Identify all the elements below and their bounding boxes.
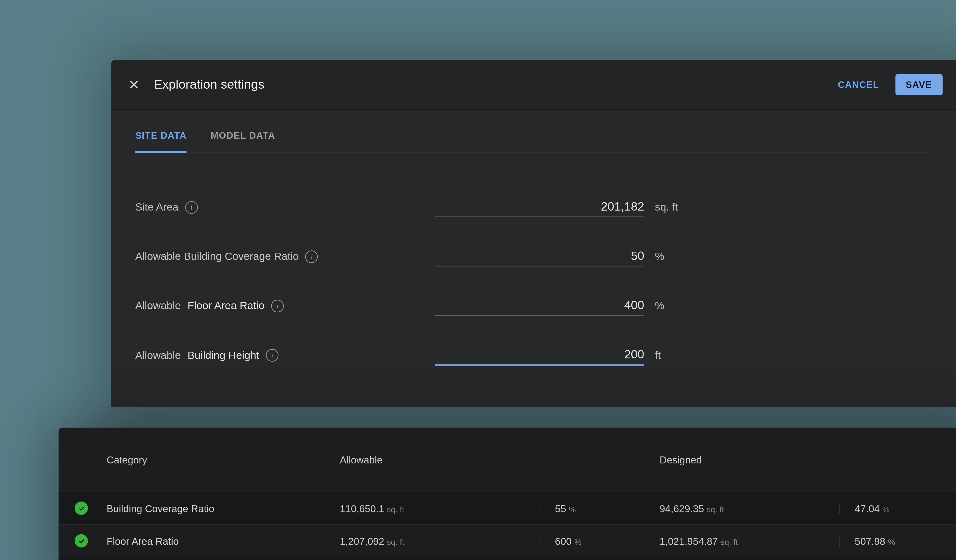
col-allowable: Allowable — [340, 454, 540, 465]
cell-category: Building Coverage Ratio — [107, 502, 340, 514]
info-icon[interactable] — [305, 250, 318, 263]
dialog-body: SITE DATA MODEL DATA Site Area sq. ft Al… — [111, 110, 956, 407]
site-area-label: Site Area — [135, 201, 179, 213]
far-unit: % — [644, 300, 684, 312]
coverage-ratio-label: Allowable Building Coverage Ratio — [135, 250, 299, 262]
cell-designed: 94,629.35sq. ft — [659, 502, 840, 514]
close-icon[interactable] — [124, 75, 143, 94]
far-label-pre: Allowable — [135, 300, 181, 312]
col-category: Category — [107, 454, 340, 465]
summary-header-row: Category Allowable Designed Designed to … — [58, 428, 956, 492]
col-designed: Designed — [659, 454, 840, 465]
table-row: Floor Area Ratio 1,207,092sq. ft 600% 1,… — [58, 525, 956, 557]
dialog-title: Exploration settings — [154, 77, 264, 92]
tab-site-data[interactable]: SITE DATA — [135, 127, 187, 153]
site-area-unit: sq. ft — [644, 201, 684, 213]
tab-model-data[interactable]: MODEL DATA — [211, 127, 275, 152]
tabs: SITE DATA MODEL DATA — [135, 127, 932, 153]
bh-label-pre: Allowable — [135, 350, 181, 361]
coverage-ratio-unit: % — [644, 250, 684, 262]
check-icon — [75, 534, 88, 547]
field-coverage-ratio: Allowable Building Coverage Ratio % — [135, 232, 932, 281]
settings-dialog: Exploration settings CANCEL SAVE SITE DA… — [111, 60, 956, 407]
info-icon[interactable] — [266, 349, 278, 362]
far-label-strong: Floor Area Ratio — [187, 300, 264, 312]
far-input[interactable] — [435, 296, 644, 315]
bh-input[interactable] — [435, 345, 644, 365]
info-icon[interactable] — [185, 201, 198, 213]
cell-allowable: 1,207,092sq. ft — [340, 535, 540, 546]
cancel-button[interactable]: CANCEL — [829, 74, 888, 95]
cell-allowable: 110,650.1sq. ft — [340, 502, 540, 514]
field-site-area: Site Area sq. ft — [135, 182, 932, 232]
cell-designed: 1,021,954.87sq. ft — [659, 535, 840, 546]
cell-designed-pct: 47.04% — [840, 502, 956, 514]
site-area-input[interactable] — [435, 197, 644, 217]
cell-category: Floor Area Ratio — [107, 535, 340, 546]
field-floor-area-ratio: Allowable Floor Area Ratio % — [135, 281, 932, 330]
cell-designed-pct: 507.98% — [840, 535, 956, 546]
summary-table: Category Allowable Designed Designed to … — [58, 428, 956, 560]
check-icon — [75, 502, 88, 515]
coverage-ratio-input[interactable] — [435, 246, 644, 266]
cell-allowable-pct: 55% — [540, 502, 660, 514]
dialog-header: Exploration settings CANCEL SAVE — [111, 60, 956, 110]
save-button[interactable]: SAVE — [895, 74, 943, 95]
bh-label-strong: Building Height — [187, 350, 259, 361]
field-building-height: Allowable Building Height ft — [135, 330, 932, 380]
cell-allowable-pct: 600% — [540, 535, 660, 546]
bh-unit: ft — [644, 350, 684, 361]
table-row: Building Height 200ft 189.6ft 94.8% — [58, 557, 956, 560]
info-icon[interactable] — [271, 300, 284, 312]
table-row: Building Coverage Ratio 110,650.1sq. ft … — [58, 492, 956, 525]
